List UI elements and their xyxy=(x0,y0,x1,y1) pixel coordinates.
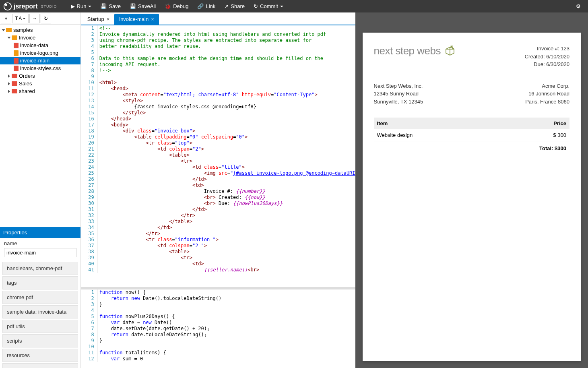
close-icon[interactable]: × xyxy=(107,16,110,22)
toolbar: ▶Run 💾Save 💾SaveAll 🐞Debug 🔗Link ↗Share … xyxy=(67,1,287,11)
save-all-icon: 💾 xyxy=(130,3,136,9)
share-button[interactable]: ↗Share xyxy=(220,1,249,11)
preview-panel: next step webs Invoice #: 123 Created: 6… xyxy=(355,12,588,368)
tree-folder-orders[interactable]: Orders xyxy=(0,72,80,80)
save-button[interactable]: 💾Save xyxy=(96,1,125,11)
prop-name-label: name xyxy=(0,238,80,247)
tree-item-invoice-main[interactable]: invoice-main xyxy=(0,57,80,64)
data-icon xyxy=(14,43,19,48)
run-button[interactable]: ▶Run xyxy=(67,1,96,11)
sidebar-toolbar: + T A → ↻ xyxy=(0,12,80,25)
prop-row[interactable]: tags xyxy=(2,276,78,289)
prop-name-input[interactable] xyxy=(4,248,76,257)
invoice-total: Total: $300 xyxy=(374,141,569,155)
svg-point-0 xyxy=(4,2,11,10)
tree-item-invoice-logo[interactable]: invoice-logo.png xyxy=(0,49,80,57)
invoice-to: Acme Corp.16 Johnson RoadParis, France 8… xyxy=(525,82,569,106)
prop-row[interactable]: pdf utils xyxy=(2,320,78,333)
save-all-button[interactable]: 💾SaveAll xyxy=(126,1,160,11)
commit-button[interactable]: ↻Commit xyxy=(250,1,287,11)
editor-area: Startup× invoice-main× 12345678910111213… xyxy=(81,12,355,368)
invoice-logo: next step webs xyxy=(374,45,456,57)
chevron-down-icon xyxy=(88,6,91,7)
share-icon: ↗ xyxy=(224,3,229,9)
filter-text-button[interactable]: T A xyxy=(12,14,29,23)
play-icon: ▶ xyxy=(71,3,75,9)
caret-icon xyxy=(8,74,10,78)
folder-icon xyxy=(12,35,17,40)
caret-icon xyxy=(8,82,10,85)
link-icon: 🔗 xyxy=(197,3,204,9)
cube-arrow-icon xyxy=(444,45,456,57)
tab-invoice-main[interactable]: invoice-main× xyxy=(114,14,159,25)
add-button[interactable]: + xyxy=(1,14,11,23)
invoice-meta: Invoice #: 123 Created: 6/10/2020 Due: 6… xyxy=(525,45,569,68)
invoice-table: ItemPrice Website design$ 300 xyxy=(374,118,569,141)
close-icon[interactable]: × xyxy=(151,16,154,22)
image-icon xyxy=(14,50,19,56)
prop-row[interactable]: chrome pdf xyxy=(2,291,78,304)
folder-icon xyxy=(12,74,17,78)
topbar: jsreport STUDIO ▶Run 💾Save 💾SaveAll 🐞Deb… xyxy=(0,0,588,12)
gear-icon: ⚙ xyxy=(576,3,581,9)
prop-row[interactable]: scripts xyxy=(2,334,78,347)
link-button[interactable]: 🔗Link xyxy=(193,1,219,11)
studio-badge: STUDIO xyxy=(41,4,57,8)
tree: samples Invoice invoice-data invoice-log… xyxy=(0,25,80,97)
refresh-button[interactable]: ↻ xyxy=(41,14,51,23)
prop-row[interactable]: permissions xyxy=(2,363,78,368)
folder-icon xyxy=(12,89,17,93)
caret-icon xyxy=(2,29,5,31)
css-icon xyxy=(14,66,19,71)
helpers-editor[interactable]: 123456789101112 function now() { return … xyxy=(81,289,355,368)
debug-button[interactable]: 🐞Debug xyxy=(161,1,192,11)
caret-icon xyxy=(8,90,10,93)
goto-button[interactable]: → xyxy=(29,14,40,23)
folder-icon xyxy=(6,28,12,32)
logo: jsreport STUDIO xyxy=(3,2,57,11)
commit-icon: ↻ xyxy=(254,3,258,9)
folder-icon xyxy=(12,81,17,86)
tree-folder-sales[interactable]: Sales xyxy=(0,80,80,87)
caret-icon xyxy=(8,37,11,39)
tree-item-invoice-styles[interactable]: invoice-styles.css xyxy=(0,64,80,72)
tree-folder-invoice[interactable]: Invoice xyxy=(0,34,80,41)
chevron-down-icon xyxy=(280,6,283,7)
prop-row[interactable]: sample data: invoice-data xyxy=(2,305,78,318)
prop-row[interactable]: resources xyxy=(2,349,78,362)
properties-panel: name handlebars, chrome-pdftagschrome pd… xyxy=(0,238,80,368)
template-icon xyxy=(14,58,19,64)
tab-strip: Startup× invoice-main× xyxy=(81,12,355,25)
tree-folder-samples[interactable]: samples xyxy=(0,26,80,34)
invoice-from: Next Step Webs, Inc.12345 Sunny RoadSunn… xyxy=(374,82,423,106)
prop-row[interactable]: handlebars, chrome-pdf xyxy=(2,262,78,275)
svg-point-1 xyxy=(5,4,7,6)
brand: jsreport xyxy=(14,3,38,10)
properties-header: Properties xyxy=(0,227,80,238)
tab-startup[interactable]: Startup× xyxy=(83,14,115,25)
bug-icon: 🐞 xyxy=(165,3,171,9)
template-editor[interactable]: 1234567891011121314151617181920212223242… xyxy=(81,25,355,289)
tree-item-invoice-data[interactable]: invoice-data xyxy=(0,41,80,49)
preview-page: next step webs Invoice #: 123 Created: 6… xyxy=(363,33,581,361)
save-icon: 💾 xyxy=(100,3,107,9)
tree-folder-shared[interactable]: shared xyxy=(0,87,80,95)
sidebar: + T A → ↻ samples Invoice invoice-data i… xyxy=(0,12,81,368)
settings-button[interactable]: ⚙ xyxy=(572,1,585,11)
